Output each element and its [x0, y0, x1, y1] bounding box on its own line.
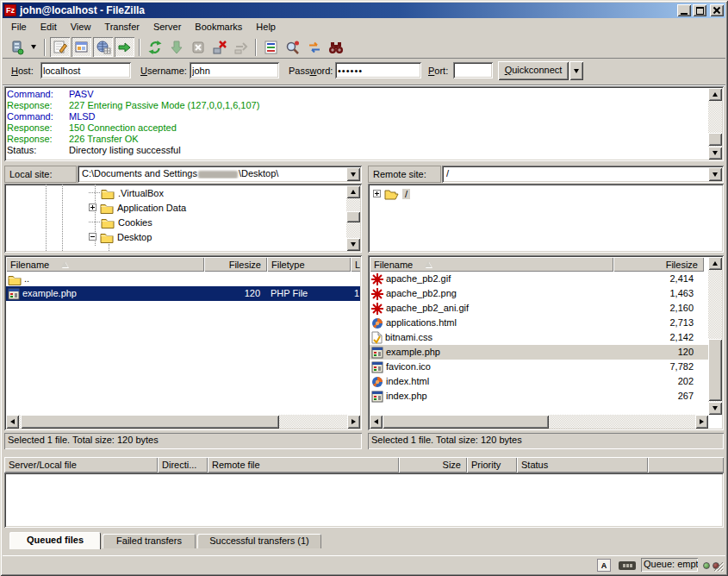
queue-column-size[interactable]: Size	[399, 457, 467, 473]
find-files-button[interactable]	[326, 37, 345, 57]
tree-connector	[89, 222, 100, 222]
toggle-local-tree-button[interactable]	[72, 37, 91, 57]
tree-item[interactable]: .VirtualBox	[89, 185, 164, 200]
queue-column-status[interactable]: Status	[517, 457, 648, 473]
column-header-filesize[interactable]: Filesize	[613, 257, 704, 272]
file-row[interactable]: apache_pb2.png1,463	[370, 286, 708, 301]
ltree-vscroll[interactable]	[346, 185, 360, 251]
column-header-filesize[interactable]: Filesize	[204, 257, 267, 272]
remote-site-combo[interactable]: /	[442, 166, 724, 183]
menu-view[interactable]: View	[64, 20, 98, 34]
file-row[interactable]: index.php267	[370, 389, 708, 404]
queue-column-server-local-file[interactable]: Server/Local file	[4, 457, 158, 473]
file-row[interactable]: applications.html2,713	[370, 316, 708, 330]
file-row[interactable]: apache_pb2.gif2,414	[370, 272, 708, 286]
file-row[interactable]: index.html202	[370, 374, 708, 389]
column-header-filename[interactable]: Filename	[6, 257, 204, 272]
scroll-left-button[interactable]	[370, 415, 383, 429]
tree-item[interactable]: /	[373, 186, 410, 201]
filename-text: applications.html	[386, 316, 457, 330]
column-header-filename[interactable]: Filename	[370, 257, 613, 272]
tree-item[interactable]: Desktop	[89, 229, 152, 244]
directory-listing-filters-button[interactable]	[261, 37, 281, 57]
scrollbar-thumb[interactable]	[383, 415, 549, 429]
php-file-icon	[371, 347, 383, 359]
log-line: Response:226 Transfer OK	[7, 134, 706, 145]
filename-text: ..	[24, 272, 29, 286]
tree-item[interactable]: Application Data	[89, 200, 186, 215]
quickconnect-dropdown-button[interactable]	[569, 61, 583, 80]
menu-server[interactable]: Server	[146, 20, 188, 34]
resize-grip[interactable]	[712, 560, 724, 572]
remote-vscroll[interactable]	[708, 257, 722, 415]
expander-plus-icon[interactable]	[373, 190, 381, 197]
toggle-remote-tree-button[interactable]	[93, 37, 113, 57]
menu-edit[interactable]: Edit	[34, 20, 64, 34]
close-button[interactable]	[710, 4, 724, 16]
file-row[interactable]: favicon.ico7,782	[370, 360, 708, 374]
file-row[interactable]: example.php120PHP File1	[6, 286, 360, 301]
column-header-label: Filetype	[271, 258, 305, 272]
tree-item[interactable]: Cookies	[89, 215, 152, 229]
scroll-right-button[interactable]	[347, 415, 360, 429]
scroll-up-button[interactable]	[708, 257, 722, 270]
port-input[interactable]	[453, 62, 493, 78]
username-input[interactable]	[190, 62, 279, 78]
menu-help[interactable]: Help	[249, 20, 283, 34]
column-header-last-modified[interactable]: Last modified	[351, 257, 360, 272]
log-vscroll[interactable]	[708, 88, 722, 160]
queue-column-remote-file[interactable]: Remote file	[208, 457, 399, 473]
maximize-button[interactable]	[693, 4, 706, 16]
scroll-up-button[interactable]	[708, 88, 722, 101]
toggle-transfer-queue-icon	[117, 40, 133, 55]
remote-site-dropdown-button[interactable]	[708, 167, 722, 181]
menu-file[interactable]: File	[4, 20, 34, 34]
refresh-button[interactable]	[145, 37, 165, 57]
expander-plus-icon[interactable]	[89, 203, 96, 211]
app-icon: Fz	[4, 4, 16, 16]
column-header-filetype[interactable]: Filetype	[267, 257, 351, 272]
file-row[interactable]: example.php120	[370, 345, 708, 360]
disconnect-button[interactable]	[209, 37, 229, 57]
tab-failed-transfers[interactable]: Failed transfers	[103, 534, 196, 548]
site-manager-dropdown-button[interactable]	[28, 38, 39, 56]
host-input[interactable]	[40, 62, 131, 78]
column-header-label: Directi...	[162, 458, 196, 472]
queue-column-directi-[interactable]: Directi...	[158, 457, 208, 473]
expander-minus-icon[interactable]	[89, 233, 96, 241]
scroll-right-button[interactable]	[695, 415, 708, 429]
directory-comparison-button[interactable]	[283, 37, 302, 57]
file-row[interactable]: bitnami.css2,142	[370, 330, 708, 345]
password-input[interactable]	[335, 62, 421, 78]
menu-transfer[interactable]: Transfer	[97, 20, 146, 34]
php-file-icon	[8, 288, 20, 300]
local-site-combo[interactable]: C:\Documents and Settings\Desktop\	[78, 166, 362, 183]
scroll-up-button[interactable]	[346, 185, 360, 198]
scroll-left-button[interactable]	[6, 415, 19, 429]
process-queue-button[interactable]	[166, 37, 186, 57]
local-site-dropdown-button[interactable]	[346, 167, 360, 181]
queue-column-priority[interactable]: Priority	[467, 457, 517, 473]
scrollbar-thumb[interactable]	[346, 211, 360, 222]
scroll-down-button[interactable]	[708, 402, 722, 415]
tab-successful-transfers-1[interactable]: Successful transfers (1)	[197, 534, 321, 548]
quickconnect-button[interactable]: Quickconnect	[498, 61, 569, 80]
menu-bookmarks[interactable]: Bookmarks	[188, 20, 249, 34]
tab-queued-files[interactable]: Queued files	[9, 532, 101, 549]
scroll-down-button[interactable]	[346, 238, 360, 251]
site-manager-button[interactable]	[7, 37, 27, 57]
toggle-message-log-button[interactable]	[50, 37, 70, 57]
minimize-button[interactable]	[677, 4, 691, 16]
scrollbar-thumb[interactable]	[21, 415, 279, 429]
file-row[interactable]: apache_pb2_ani.gif2,160	[370, 301, 708, 316]
toggle-transfer-queue-button[interactable]	[115, 37, 134, 57]
scrollbar-thumb[interactable]	[708, 133, 722, 146]
filesize-cell: 2,713	[613, 316, 704, 330]
synchronized-browsing-button[interactable]	[304, 37, 324, 57]
arrow-down-icon	[712, 151, 718, 155]
scroll-down-button[interactable]	[708, 147, 722, 160]
scrollbar-thumb[interactable]	[708, 339, 722, 401]
remote-hscroll[interactable]	[370, 415, 708, 429]
file-row[interactable]: ..	[6, 272, 360, 286]
local-hscroll[interactable]	[6, 415, 360, 429]
